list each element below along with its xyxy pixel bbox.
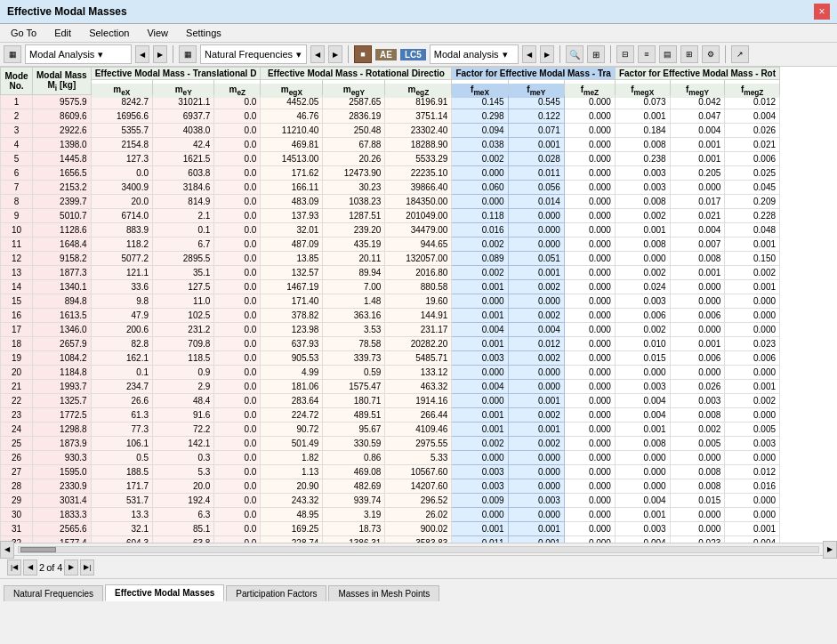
export-icon[interactable]: ⊞ — [680, 45, 698, 63]
sub-header-megz: megZ — [385, 83, 452, 98]
menu-selection[interactable]: Selection — [85, 26, 133, 40]
sub-header-fmex: fmeX — [452, 83, 508, 98]
sep-4 — [610, 45, 611, 63]
ae-tag[interactable]: AE — [375, 49, 397, 60]
table-row: 251873.9106.1142.10.0501.49330.592975.55… — [1, 437, 780, 451]
menu-bar: Go To Edit Selection View Settings — [0, 24, 837, 43]
next-analysis-btn[interactable]: ▶ — [153, 45, 167, 63]
modal-analysis-dropdown[interactable]: Modal Analysis ▾ — [25, 44, 132, 64]
table-row: 321577.4604.363.80.0228.741386.313583.83… — [1, 536, 780, 543]
table-row: 301833.313.36.30.048.953.1926.020.0000.0… — [1, 508, 780, 522]
tab-masses-mesh-points[interactable]: Masses in Mesh Points — [328, 585, 439, 601]
dropdown-arrow-icon: ▾ — [98, 49, 103, 60]
menu-view[interactable]: View — [143, 26, 172, 40]
hscroll-track[interactable] — [18, 546, 819, 553]
menu-settings[interactable]: Settings — [182, 26, 225, 40]
tab-participation-factors[interactable]: Participation Factors — [226, 585, 326, 601]
last-page-btn[interactable]: ▶| — [80, 559, 94, 576]
current-page: 2 — [39, 562, 44, 573]
tab-bar: Natural Frequencies Effective Modal Mass… — [0, 578, 837, 601]
table-row: 51445.8127.31621.50.014513.0020.265533.2… — [1, 152, 780, 166]
col-header-translational: Effective Modal Mass - Translational D — [91, 68, 261, 80]
col-header-rotational: Effective Modal Mass - Rotational Direct… — [261, 68, 452, 80]
scroll-right-btn[interactable]: ▶ — [823, 541, 837, 559]
sep-3 — [559, 45, 560, 63]
hscroll[interactable]: ◀ ▶ — [0, 543, 837, 555]
filter-icon[interactable]: ⊞ — [587, 45, 605, 63]
table-row: 26930.30.50.30.01.820.865.330.0000.0000.… — [1, 451, 780, 465]
lc5-tag[interactable]: LC5 — [400, 49, 426, 60]
tab-effective-modal-masses[interactable]: Effective Modal Masses — [105, 584, 224, 601]
next-freq-btn[interactable]: ▶ — [328, 45, 342, 63]
chart-icon[interactable]: ≡ — [638, 45, 656, 63]
arrow-icon[interactable]: ↗ — [731, 45, 749, 63]
table-row: 28609.616956.66937.70.046.762836.193751.… — [1, 109, 780, 124]
table-row: 201184.80.10.90.04.990.59133.120.0000.00… — [1, 366, 780, 380]
table-row: 131877.3121.135.10.0132.5789.942016.800.… — [1, 266, 780, 280]
menu-goto[interactable]: Go To — [7, 26, 40, 40]
tab-natural-frequencies-label: Natural Frequencies — [13, 589, 93, 599]
table-row: 211993.7234.72.90.0181.061575.47463.320.… — [1, 380, 780, 394]
modal-masses-table: ModeNo. Modal MassMi [kg] Effective Moda… — [0, 67, 780, 543]
scroll-left-btn[interactable]: ◀ — [0, 541, 14, 559]
natural-freq-arrow-icon: ▾ — [296, 49, 302, 60]
sub-header-fmegy: fmegY — [670, 83, 725, 98]
col-header-modal-mass: Modal MassMi [kg] — [33, 68, 92, 95]
modal-arrow-icon: ▾ — [503, 49, 508, 60]
sub-header-mez: meZ — [214, 83, 261, 98]
sub-header-fmey: fmeY — [508, 83, 564, 98]
table-row: 141340.133.6127.50.01467.197.00880.580.0… — [1, 280, 780, 294]
natural-freq-label: Natural Frequencies — [205, 49, 293, 60]
menu-edit[interactable]: Edit — [51, 26, 75, 40]
table-icon[interactable]: ▤ — [659, 45, 677, 63]
tab-effective-modal-masses-label: Effective Modal Masses — [115, 588, 214, 598]
sep-1 — [173, 45, 173, 63]
table-row: 293031.4531.7192.40.0243.32939.74296.520… — [1, 494, 780, 508]
table-row: 182657.982.8709.80.0637.9378.5820282.200… — [1, 337, 780, 351]
sub-header-mex: meX — [91, 83, 152, 98]
next-modal-btn[interactable]: ▶ — [540, 45, 554, 63]
table-row: 231772.561.391.60.0224.72489.51266.440.0… — [1, 408, 780, 423]
sep-2 — [348, 45, 349, 63]
toolbar-icon-2[interactable]: ▦ — [179, 45, 197, 63]
table-row: 72153.23400.93184.60.0166.1130.2339866.4… — [1, 181, 780, 195]
table-row: 191084.2162.1118.50.0905.53339.735485.71… — [1, 351, 780, 366]
hscroll-thumb[interactable] — [20, 547, 56, 552]
statusbar: |◀ ◀ 2 of 4 ▶ ▶| — [0, 555, 837, 578]
table-row: 82399.720.0814.90.0483.091038.23184350.0… — [1, 195, 780, 209]
table-row: 241298.877.372.20.090.7295.674109.460.00… — [1, 423, 780, 437]
sub-header-fmegx: fmegX — [615, 83, 670, 98]
title-bar: Effective Modal Masses × — [0, 0, 837, 24]
search-icon[interactable]: 🔍 — [566, 45, 583, 63]
prev-page-btn[interactable]: ◀ — [23, 559, 37, 576]
prev-freq-btn[interactable]: ◀ — [310, 45, 325, 63]
sep-5 — [725, 45, 726, 63]
sub-header-fmegz: fmegZ — [725, 83, 780, 98]
natural-freq-dropdown[interactable]: Natural Frequencies ▾ — [200, 44, 307, 64]
grid-icon[interactable]: ⊟ — [616, 45, 634, 63]
prev-analysis-btn[interactable]: ◀ — [135, 45, 149, 63]
next-page-btn[interactable]: ▶ — [64, 559, 78, 576]
table-row: 61656.50.0603.80.0171.6212473.9022235.10… — [1, 166, 780, 181]
modal-analysis-label: Modal Analysis — [29, 49, 94, 60]
sub-header-mey: meY — [153, 83, 214, 98]
settings-icon[interactable]: ⚙ — [702, 45, 720, 63]
table-row: 221325.726.648.40.0283.64180.711914.160.… — [1, 394, 780, 408]
close-button[interactable]: × — [814, 4, 830, 20]
table-wrapper[interactable]: ModeNo. Modal MassMi [kg] Effective Moda… — [0, 67, 837, 543]
table-row: 15894.89.811.00.0171.401.4819.600.0000.0… — [1, 294, 780, 309]
tab-natural-frequencies[interactable]: Natural Frequencies — [4, 585, 103, 601]
modal-dropdown[interactable]: Modal analysis ▾ — [430, 44, 519, 64]
tab-masses-mesh-points-label: Masses in Mesh Points — [338, 589, 430, 599]
table-row: 282330.9171.720.00.020.90482.6914207.600… — [1, 479, 780, 494]
color-icon[interactable]: ■ — [354, 45, 372, 63]
sub-header-fmez: fmeZ — [564, 83, 615, 98]
tab-participation-factors-label: Participation Factors — [236, 589, 317, 599]
table-row: 271595.0188.55.30.01.13469.0810567.600.0… — [1, 465, 780, 479]
toolbar-icon-1[interactable]: ▦ — [4, 45, 21, 63]
first-page-btn[interactable]: |◀ — [7, 559, 21, 576]
prev-modal-btn[interactable]: ◀ — [522, 45, 536, 63]
table-row: 312565.632.185.10.0169.2518.73900.020.00… — [1, 522, 780, 536]
table-row: 171346.0200.6231.20.0123.983.53231.170.0… — [1, 323, 780, 337]
sub-header-megy: megY — [323, 83, 385, 98]
